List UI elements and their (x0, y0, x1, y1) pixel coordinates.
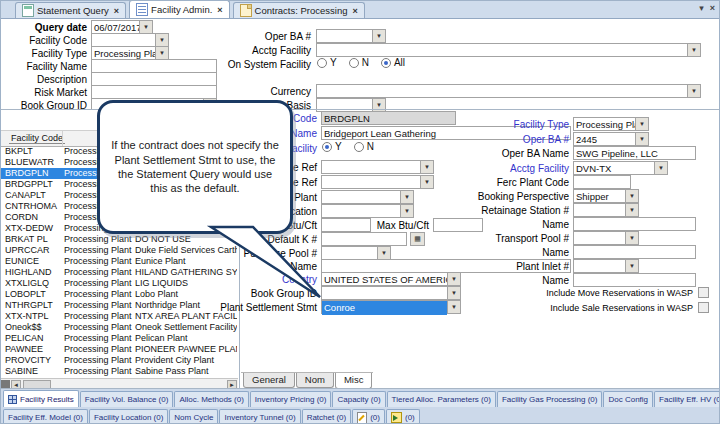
acctg-facility-select[interactable]: ▼ (316, 43, 701, 57)
detail-facility-type-select[interactable]: Processing Plant ▼ (573, 117, 649, 131)
include-move-checkbox[interactable] (698, 287, 709, 298)
booking-perspective-select[interactable]: Shipper ▼ (573, 189, 639, 203)
tab-label: Contracts: Processing (255, 5, 348, 16)
ferc-plant-code-input[interactable] (573, 175, 631, 189)
include-sale-checkbox[interactable] (698, 302, 709, 313)
grid-header-facility-code[interactable]: Facility Code (9, 133, 65, 144)
chevron-down-icon[interactable]: ▼ (447, 287, 460, 299)
purchase-pool-select[interactable]: ▼ (321, 246, 391, 260)
oper-ba-select[interactable]: ▼ (316, 29, 386, 43)
chevron-down-icon[interactable]: ▼ (687, 44, 700, 56)
grid-row-provcity[interactable]: PROVCITYProcessing PlantProvident City P… (1, 355, 238, 366)
retainage-station-select[interactable]: ▼ (573, 203, 639, 217)
detail-acctg-facility-select[interactable]: DVN-TX ▼ (573, 161, 668, 175)
radio-all[interactable]: All (381, 57, 405, 68)
grid-cell: Processing Plant (64, 333, 133, 344)
bottom-tab-facility-results[interactable]: Facility Results (3, 390, 79, 407)
tab-contracts-processing[interactable]: Contracts: Processing × (233, 2, 365, 18)
bottom-tab-capacity-0[interactable]: Capacity (0) (332, 391, 385, 407)
plant-inlet-select[interactable]: ▼ (573, 259, 639, 273)
chevron-down-icon[interactable]: ▼ (625, 190, 638, 202)
chevron-down-icon[interactable]: ▼ (400, 191, 413, 203)
retainage-name-label: Name (423, 219, 569, 230)
tab-label: Statement Query (37, 5, 109, 16)
chevron-down-icon[interactable]: ▼ (447, 301, 460, 313)
radio-y[interactable]: Y (317, 57, 337, 68)
bottom-tab-nom-cycle[interactable]: Nom Cycle (169, 409, 218, 424)
sales-price-ref-select[interactable]: ▼ (321, 160, 434, 174)
subtab-misc[interactable]: Misc (335, 373, 373, 389)
chevron-down-icon[interactable]: ▼ (377, 247, 390, 259)
grid-cell: BRKAT PL (5, 234, 61, 245)
plant-inlet-name-input[interactable] (573, 273, 696, 287)
detail-book-group-label: Book Group ID (151, 288, 317, 299)
query-date-field[interactable]: 06/07/2017 ▼ (91, 20, 153, 34)
sales-price-ref-value (322, 161, 420, 175)
retainage-name-input[interactable] (573, 217, 696, 231)
detail-oper-ba-select[interactable]: 2445 ▼ (573, 132, 649, 146)
grid-row-sabine[interactable]: SABINEProcessing PlantSabine Pass Plant (1, 366, 238, 377)
close-window-icon[interactable]: × (710, 3, 715, 13)
chevron-down-icon[interactable]: ▼ (625, 232, 638, 244)
tab-list-chevron-icon[interactable]: ▾ (699, 3, 704, 13)
detail-book-group-select[interactable]: ▼ (321, 286, 461, 300)
chevron-down-icon[interactable]: ▼ (625, 260, 638, 272)
chevron-down-icon[interactable]: ▼ (635, 118, 648, 130)
radio-n[interactable]: N (349, 57, 369, 68)
bottom-tab-note[interactable]: (0) (352, 409, 385, 424)
chevron-down-icon[interactable]: ▼ (625, 204, 638, 216)
subtab-nom[interactable]: Nom (296, 373, 334, 388)
bottom-tab-facility-vol-balance-0[interactable]: Facility Vol. Balance (0) (80, 391, 174, 407)
bottom-tab-link[interactable]: (0) (386, 409, 420, 424)
grid-cell: BLUEWATR (5, 157, 61, 168)
subtab-general[interactable]: General (243, 373, 295, 388)
processing-plant-select[interactable]: ▼ (321, 190, 414, 204)
transport-name-input[interactable] (573, 245, 696, 259)
bottom-tab-facility-location-0[interactable]: Facility Location (0) (89, 409, 168, 424)
bottom-tab-tiered-alloc-parameters-0[interactable]: Tiered Alloc. Parameters (0) (387, 391, 496, 407)
chevron-down-icon[interactable]: ▼ (400, 205, 413, 217)
close-tab-icon[interactable]: × (114, 6, 119, 16)
bottom-tab-label: Capacity (0) (337, 395, 380, 404)
plant-settlement-stmt-select[interactable]: Conroe ▼ (321, 300, 461, 314)
tab-label: Facility Admin. (151, 4, 212, 15)
chevron-down-icon[interactable]: ▼ (635, 133, 648, 145)
grid-cell: XTX-DEDW (5, 223, 61, 234)
chevron-down-icon[interactable]: ▼ (654, 162, 667, 174)
fuel-price-ref-select[interactable]: ▼ (321, 175, 434, 189)
close-tab-icon[interactable]: × (217, 5, 222, 15)
booking-perspective-label: Booking Perspective (423, 191, 569, 202)
radio-y[interactable]: Y (322, 141, 342, 152)
transport-pool-label: Transport Pool # (423, 233, 569, 244)
bottom-tab-facility-gas-processing-0[interactable]: Facility Gas Processing (0) (497, 391, 603, 407)
description-input[interactable] (91, 72, 217, 86)
grid-row-pawnee[interactable]: PAWNEEProcessing PlantPIONEER PAWNEE PLA… (1, 344, 238, 355)
chevron-down-icon[interactable]: ▼ (139, 21, 152, 33)
column-separator[interactable] (62, 131, 63, 146)
transport-pool-select[interactable]: ▼ (573, 231, 639, 245)
bottom-tab-inventory-pricing-0[interactable]: Inventory Pricing (0) (250, 391, 332, 407)
bottom-tab-alloc-methods-0[interactable]: Alloc. Methods (0) (174, 391, 248, 407)
chevron-down-icon[interactable]: ▼ (687, 85, 700, 97)
grid-cell: Processing Plant (64, 355, 133, 366)
close-tab-icon[interactable]: × (353, 6, 358, 16)
chevron-down-icon[interactable]: ▼ (372, 30, 385, 42)
bottom-tab-ratchet-0[interactable]: Ratchet (0) (302, 409, 352, 424)
radio-n[interactable]: N (354, 141, 374, 152)
grid-row-oneok-[interactable]: Oneok$$Processing PlantOneok Settlement … (1, 322, 238, 333)
bottom-tab-doc-config[interactable]: Doc Config (603, 391, 653, 407)
bottom-tab-label: Nom Cycle (174, 413, 213, 422)
grid-cell: SABINE (5, 366, 61, 377)
oper-ba-name-input[interactable]: SWG Pipeline, LLC (573, 146, 696, 160)
tab-statement-query[interactable]: Statement Query × (15, 2, 126, 18)
tab-facility-admin[interactable]: Facility Admin. × (129, 0, 230, 18)
on-system-facility-radiogroup: Y N All (317, 57, 413, 68)
default-k-input[interactable] (321, 232, 407, 246)
bottom-tab-facility-eff-model-0[interactable]: Facility Eff. Model (0) (3, 409, 88, 424)
facility-name-label: Facility Name (1, 61, 87, 72)
capacity-allocation-select[interactable]: ▼ (321, 204, 414, 218)
bottom-tab-inventory-tunnel-0[interactable]: Inventory Tunnel (0) (219, 409, 300, 424)
grid-row-pelican[interactable]: PELICANProcessing PlantPelican Plant (1, 333, 238, 344)
bottom-tab-facility-eff-hv-0[interactable]: Facility Eff. HV (0) (654, 391, 720, 407)
currency-select[interactable]: ▼ (316, 84, 701, 98)
